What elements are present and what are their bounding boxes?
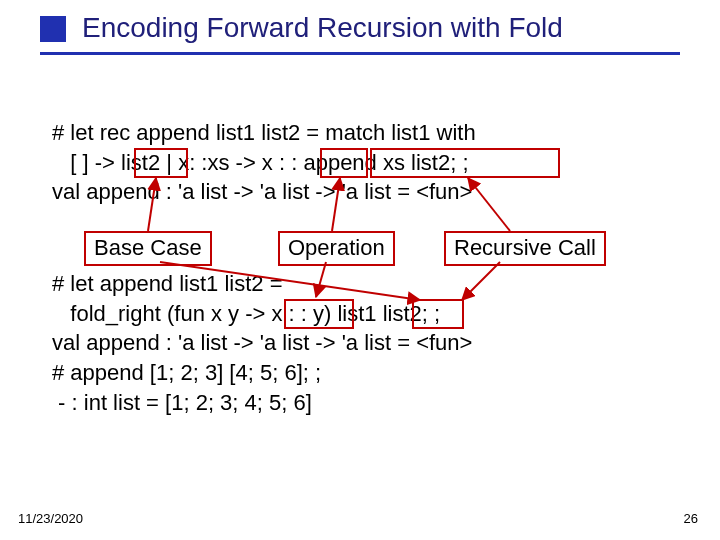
code-block-2-line-4: # append [1; 2; 3] [4; 5; 6]; ; xyxy=(52,358,672,388)
title-accent-square xyxy=(40,16,66,42)
code-block-1-line-2: [ ] -> list2 | x: :xs -> x : : append xs… xyxy=(52,148,672,178)
code-block-1-line-3: val append : 'a list -> 'a list -> 'a li… xyxy=(52,177,672,207)
code-block-2-line-5: - : int list = [1; 2; 3; 4; 5; 6] xyxy=(52,388,672,418)
footer-page-number: 26 xyxy=(684,511,698,526)
code-block-2-line-3: val append : 'a list -> 'a list -> 'a li… xyxy=(52,328,672,358)
page-title: Encoding Forward Recursion with Fold xyxy=(82,12,563,44)
title-underline xyxy=(40,52,680,55)
code-block-2-line-2: fold_right (fun x y -> x : : y) list1 li… xyxy=(52,299,672,329)
code-block-1-line-1: # let rec append list1 list2 = match lis… xyxy=(52,118,672,148)
slide-content: # let rec append list1 list2 = match lis… xyxy=(52,118,672,418)
footer-date: 11/23/2020 xyxy=(18,511,83,526)
code-block-2-line-1: # let append list1 list2 = xyxy=(52,269,672,299)
